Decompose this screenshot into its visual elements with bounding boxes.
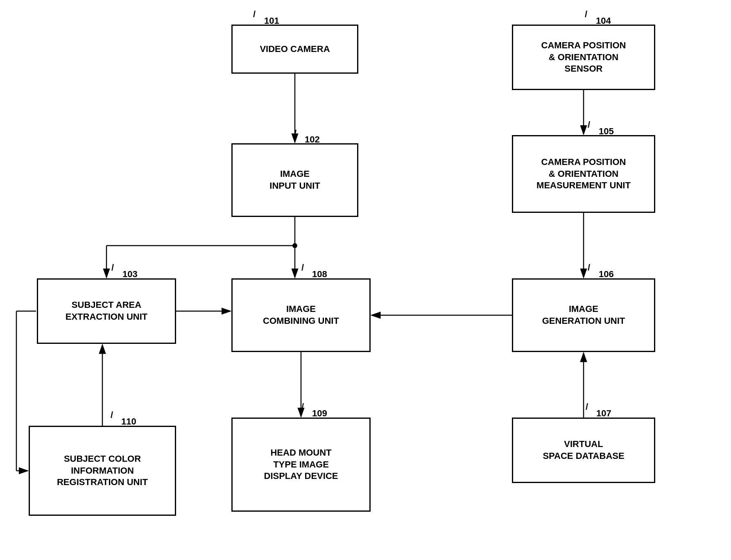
head-mount-display-box: HEAD MOUNT TYPE IMAGE DISPLAY DEVICE <box>231 418 371 512</box>
ref-110: 110 <box>121 416 136 427</box>
camera-position-measurement-box: CAMERA POSITION & ORIENTATION MEASUREMEN… <box>512 135 655 213</box>
camera-position-sensor-label: CAMERA POSITION & ORIENTATION SENSOR <box>541 40 626 75</box>
diagram: VIDEO CAMERA 101 / IMAGE INPUT UNIT 102 … <box>0 0 731 560</box>
video-camera-label: VIDEO CAMERA <box>260 43 330 55</box>
subject-area-extraction-box: SUBJECT AREA EXTRACTION UNIT <box>37 278 176 344</box>
ref-105: 105 <box>599 126 614 137</box>
head-mount-display-label: HEAD MOUNT TYPE IMAGE DISPLAY DEVICE <box>264 447 338 482</box>
subject-area-extraction-label: SUBJECT AREA EXTRACTION UNIT <box>66 299 147 323</box>
image-input-unit-box: IMAGE INPUT UNIT <box>231 143 358 217</box>
ref-109: 109 <box>312 408 327 419</box>
image-generation-unit-label: IMAGE GENERATION UNIT <box>542 303 625 327</box>
svg-point-6 <box>292 243 297 248</box>
subject-color-info-label: SUBJECT COLOR INFORMATION REGISTRATION U… <box>57 453 148 488</box>
camera-position-sensor-box: CAMERA POSITION & ORIENTATION SENSOR <box>512 25 655 90</box>
camera-position-measurement-label: CAMERA POSITION & ORIENTATION MEASUREMEN… <box>536 156 631 192</box>
virtual-space-database-label: VIRTUAL SPACE DATABASE <box>543 438 624 462</box>
image-input-unit-label: IMAGE INPUT UNIT <box>269 168 320 192</box>
ref-106: 106 <box>599 269 614 280</box>
image-combining-unit-box: IMAGE COMBINING UNIT <box>231 278 371 352</box>
video-camera-box: VIDEO CAMERA <box>231 25 358 74</box>
ref-107: 107 <box>596 408 611 419</box>
ref-102: 102 <box>305 134 320 145</box>
image-combining-unit-label: IMAGE COMBINING UNIT <box>263 303 339 327</box>
ref-108: 108 <box>312 269 327 280</box>
subject-color-info-box: SUBJECT COLOR INFORMATION REGISTRATION U… <box>29 426 176 516</box>
ref-104: 104 <box>596 16 611 26</box>
ref-103: 103 <box>122 269 138 280</box>
ref-101: 101 <box>264 16 279 26</box>
image-generation-unit-box: IMAGE GENERATION UNIT <box>512 278 655 352</box>
virtual-space-database-box: VIRTUAL SPACE DATABASE <box>512 418 655 483</box>
